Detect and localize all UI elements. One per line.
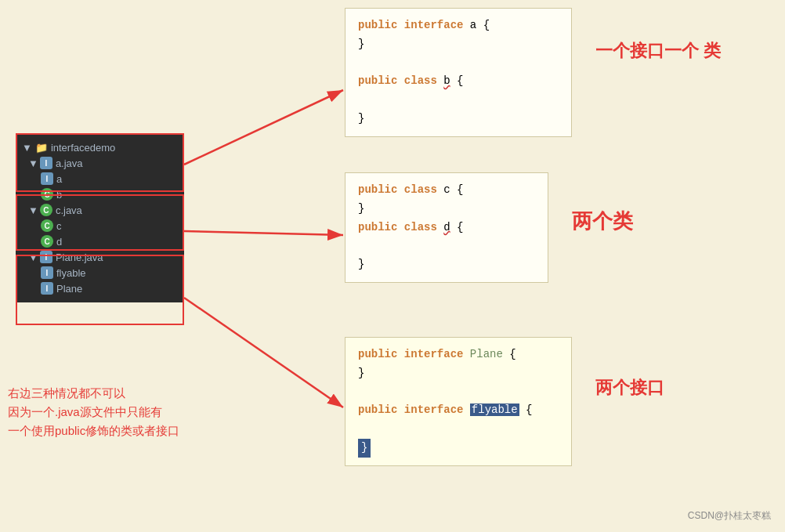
keyword-public-2: public: [358, 74, 397, 87]
main-background: public interface a { } public class b { …: [0, 0, 785, 532]
code-box-mid: public class c { } public class d { }: [345, 172, 548, 283]
mid-line-2: }: [358, 200, 535, 219]
code-line-6: }: [358, 110, 559, 128]
mid-line-3: public class d {: [358, 219, 535, 237]
bot-line-6: }: [358, 439, 371, 458]
watermark: CSDN@扑桂太枣糕: [688, 509, 771, 523]
code-line-2: }: [358, 35, 559, 54]
mid-line-4: [358, 237, 535, 255]
keyword-interface: interface: [404, 19, 464, 31]
mid-line-1: public class c {: [358, 181, 535, 200]
code-line-3: [358, 54, 559, 73]
code-box-bot: public interface Plane { } public interf…: [345, 337, 572, 466]
red-outline-1: [16, 133, 184, 192]
code-box-top: public interface a { } public class b { …: [345, 8, 572, 137]
bot-line-5: [358, 420, 559, 439]
bot-line-2: }: [358, 364, 559, 383]
annotation-left-text: 右边三种情况都不可以 因为一个.java源文件中只能有 一个使用public修饰…: [8, 384, 179, 440]
red-outline-2: [16, 194, 184, 251]
code-line-5: [358, 91, 559, 110]
bot-line-4: public interface flyable {: [358, 401, 559, 420]
bot-line-1: public interface Plane {: [358, 346, 559, 364]
svg-line-2: [184, 231, 343, 235]
svg-line-3: [184, 298, 343, 407]
annotation-mid-right: 两个类: [572, 208, 633, 235]
keyword-public: public: [358, 19, 397, 31]
svg-line-1: [184, 90, 343, 165]
annotation-bot-right: 两个接口: [595, 376, 664, 400]
keyword-class: class: [404, 74, 437, 87]
mid-line-5: }: [358, 255, 535, 274]
code-line-4: public class b {: [358, 72, 559, 91]
annotation-top-right: 一个接口一个 类: [595, 39, 721, 63]
red-outline-3: [16, 255, 184, 325]
code-line-1: public interface a {: [358, 16, 559, 35]
bot-line-3: [358, 383, 559, 402]
